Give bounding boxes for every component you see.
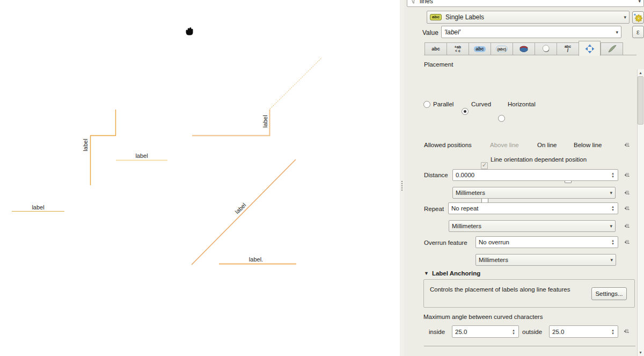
buffer-tab-glyph: abc	[474, 46, 486, 52]
map-canvas[interactable]: label label label label label. label	[0, 0, 400, 356]
line-orientation-label: Line orientation dependent position	[491, 156, 587, 163]
tab-background[interactable]	[513, 42, 535, 55]
callouts-tab-glyph: abc /	[565, 45, 571, 53]
data-defined-icon	[624, 171, 630, 179]
repeat-unit-combo[interactable]: Millimeters ▾	[449, 220, 616, 232]
data-defined-icon	[624, 327, 629, 336]
on-line-label: On line	[537, 142, 557, 148]
scroll-down-icon[interactable]: ▾	[637, 349, 644, 356]
distance-label: Distance	[424, 172, 448, 178]
spin-down-icon[interactable]: ▾	[612, 175, 614, 178]
radio-curved[interactable]	[462, 108, 469, 115]
spin-down-icon[interactable]: ▾	[612, 242, 614, 245]
repeat-spinbox[interactable]: No repeat ▴▾	[448, 202, 618, 214]
map-label: label.	[244, 256, 268, 263]
data-defined-icon	[624, 222, 630, 230]
allowed-positions-label: Allowed positions	[424, 142, 472, 148]
data-defined-icon	[624, 238, 630, 246]
data-defined-override-button[interactable]	[621, 170, 633, 180]
filter-funnel-icon	[410, 0, 417, 4]
inside-spinbox[interactable]: 25.0 ▴▾	[452, 325, 519, 338]
above-line-label: Above line	[490, 142, 519, 148]
below-line-label: Below line	[574, 142, 602, 148]
data-defined-override-button[interactable]	[621, 237, 633, 248]
data-defined-override-button[interactable]	[621, 203, 633, 214]
distance-spinbox[interactable]: 0.0000 ▴▾	[452, 169, 618, 181]
tab-callouts[interactable]: abc /	[557, 42, 579, 55]
text-tab-glyph: abc	[431, 47, 440, 52]
tab-text[interactable]: abc	[425, 42, 447, 55]
repeat-value: No repeat	[451, 205, 479, 212]
spin-down-icon[interactable]: ▾	[612, 208, 614, 212]
tab-formatting[interactable]: +ab < c	[447, 42, 469, 55]
formatting-tab-glyph: +ab < c	[455, 45, 461, 53]
dock-splitter-handle[interactable]	[400, 0, 404, 356]
distance-unit-combo[interactable]: Millimeters ▾	[452, 187, 616, 199]
feather-rendering-icon	[608, 45, 617, 53]
automated-placement-settings-button[interactable]	[632, 11, 644, 24]
grab-hand-cursor	[182, 25, 195, 38]
outside-spinbox[interactable]: 25.0 ▴▾	[549, 325, 618, 338]
overrun-value: No overrun	[479, 239, 509, 245]
spin-down-icon[interactable]: ▾	[612, 332, 614, 335]
data-defined-override-button[interactable]	[621, 221, 633, 231]
layer-selector-value: lines	[420, 0, 433, 5]
radio-horizontal-label: Horizontal	[508, 101, 536, 107]
chevron-down-icon: ▾	[610, 191, 612, 195]
layer-selector-combo[interactable]: lines ▾	[407, 0, 644, 7]
overrun-label: Overrun feature	[424, 239, 467, 246]
map-label: label	[82, 134, 89, 156]
chevron-down-icon: ▾	[610, 224, 612, 229]
map-label: label	[27, 204, 49, 210]
distance-unit-value: Millimeters	[456, 190, 485, 196]
chevron-down-icon: ▾	[624, 15, 626, 20]
data-defined-override-button[interactable]	[620, 326, 632, 337]
value-expression-field[interactable]: 'label' ▾	[441, 26, 621, 38]
spin-down-icon[interactable]: ▾	[513, 332, 515, 335]
tab-placement[interactable]	[579, 41, 601, 56]
placement-heading: Placement	[424, 61, 453, 68]
distance-value: 0.0000	[456, 172, 474, 178]
section-divider	[424, 346, 635, 346]
tab-mask[interactable]: (abc)	[491, 42, 513, 55]
map-line-features	[0, 0, 400, 356]
overrun-unit-combo[interactable]: Millimeters ▾	[475, 254, 616, 266]
placement-arrows-icon	[585, 44, 595, 54]
overrun-spinbox[interactable]: No overrun ▴▾	[475, 236, 618, 248]
scroll-up-icon[interactable]: ▴	[637, 69, 644, 76]
gear-icon	[633, 13, 643, 23]
shield-background-icon	[519, 45, 529, 53]
radio-horizontal[interactable]	[498, 115, 505, 122]
tab-shadow[interactable]	[535, 42, 557, 55]
inside-label: inside	[429, 329, 445, 335]
single-labels-abc-icon: abc	[430, 14, 442, 20]
panel-scrollbar-thumb[interactable]	[638, 76, 643, 125]
label-anchoring-description: Controls the placement of labels along l…	[430, 286, 586, 294]
data-defined-override-button[interactable]	[621, 187, 633, 198]
collapse-arrow-icon: ▼	[424, 271, 429, 276]
data-defined-override-button[interactable]	[621, 140, 633, 150]
data-defined-icon	[624, 204, 630, 213]
checkbox-above-line[interactable]	[481, 162, 488, 169]
labels-mode-combo[interactable]: abc Single Labels ▾	[427, 11, 630, 24]
settings-button-label: Settings...	[595, 290, 623, 297]
tab-buffer[interactable]: abc	[469, 42, 491, 55]
repeat-label: Repeat	[424, 206, 444, 212]
radio-curved-label: Curved	[471, 101, 491, 107]
chevron-down-icon: ▾	[610, 258, 613, 263]
radio-parallel[interactable]	[423, 101, 430, 108]
overrun-unit-value: Millimeters	[479, 257, 508, 263]
chevron-down-icon: ▾	[638, 0, 641, 4]
epsilon-icon: ε	[636, 28, 640, 36]
max-angle-heading: Maximum angle between curved characters	[423, 314, 543, 320]
value-expression-text: 'label'	[444, 28, 460, 36]
value-label: Value	[422, 29, 438, 37]
label-anchoring-header[interactable]: ▼ Label Anchoring	[424, 270, 480, 277]
label-anchoring-heading: Label Anchoring	[432, 270, 480, 277]
qgis-window: label label label label label. label lin…	[0, 0, 644, 356]
anchoring-settings-button[interactable]: Settings...	[591, 287, 627, 300]
drop-shadow-icon	[541, 45, 551, 53]
expression-builder-button[interactable]: ε	[632, 26, 644, 38]
tab-rendering[interactable]	[601, 42, 623, 55]
labels-mode-value: Single Labels	[445, 13, 484, 21]
